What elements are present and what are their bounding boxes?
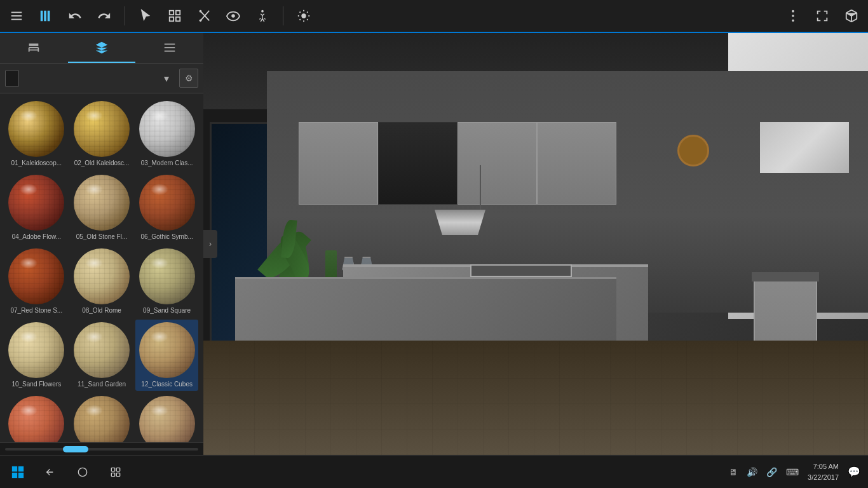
material-item-15[interactable]: 15_Classic Old C... bbox=[135, 393, 198, 442]
category-dropdown-wrapper[interactable]: Floor Tiles bbox=[5, 70, 174, 87]
material-sphere-15 bbox=[139, 396, 195, 442]
svg-rect-29 bbox=[116, 473, 119, 476]
redo-icon[interactable] bbox=[95, 7, 113, 25]
toolbar-sep-2 bbox=[283, 6, 283, 25]
material-item-1[interactable]: 01_Kaleidoscop... bbox=[5, 98, 68, 170]
svg-rect-5 bbox=[48, 11, 50, 22]
select-tool-icon[interactable] bbox=[137, 7, 154, 25]
material-item-2[interactable]: 02_Old Kaleidosc... bbox=[71, 98, 133, 170]
svg-rect-23 bbox=[12, 472, 17, 477]
taskbar-left bbox=[8, 461, 127, 484]
svg-rect-9 bbox=[176, 17, 180, 21]
toolbar-sep-1 bbox=[125, 6, 125, 25]
svg-rect-8 bbox=[170, 17, 173, 21]
svg-rect-18 bbox=[164, 43, 175, 44]
material-name-4: 04_Adobe Flow... bbox=[12, 233, 61, 241]
upper-cabinets bbox=[299, 122, 616, 205]
scissors-icon[interactable] bbox=[195, 7, 213, 25]
material-name-12: 12_Classic Cubes bbox=[141, 381, 193, 388]
notifications-icon[interactable]: 🖥 bbox=[729, 467, 738, 477]
material-name-10: 10_Sand Flowers bbox=[11, 381, 61, 388]
material-item-14[interactable]: 14_Sand Classic bbox=[71, 393, 133, 442]
library-icon[interactable] bbox=[37, 7, 55, 25]
material-sphere-4 bbox=[8, 175, 64, 231]
svg-rect-0 bbox=[11, 12, 22, 13]
home-button[interactable] bbox=[71, 461, 94, 484]
material-sphere-10 bbox=[8, 322, 64, 378]
panel-collapse-arrow[interactable]: › bbox=[203, 230, 217, 258]
cabinet-unit bbox=[299, 122, 378, 205]
status-bar: 🖥 🔊 🔗 ⌨ 7:05 AM 3/22/2017 💬 bbox=[0, 455, 868, 488]
material-sphere-13 bbox=[8, 396, 64, 442]
material-sphere-11 bbox=[74, 322, 130, 378]
windows-start-button[interactable] bbox=[8, 462, 28, 482]
material-item-8[interactable]: 08_Old Rome bbox=[71, 246, 133, 317]
material-name-5: 05_Old Stone Fl... bbox=[76, 233, 128, 241]
action-center-icon[interactable]: 💬 bbox=[848, 466, 860, 478]
svg-rect-4 bbox=[44, 11, 46, 22]
material-item-6[interactable]: 06_Gothic Symb... bbox=[135, 172, 198, 243]
clock-time: 7:05 AM bbox=[808, 461, 839, 472]
menu-icon[interactable] bbox=[8, 7, 25, 25]
settings-button[interactable]: ⚙ bbox=[179, 69, 198, 88]
sink bbox=[470, 264, 572, 277]
material-item-13[interactable]: 13_Classic Ashlar bbox=[5, 393, 68, 442]
material-item-12[interactable]: 12_Classic Cubes bbox=[135, 320, 198, 391]
view-icon[interactable] bbox=[224, 7, 242, 25]
scroll-bar bbox=[0, 442, 203, 455]
material-item-4[interactable]: 04_Adobe Flow... bbox=[5, 172, 68, 243]
view-task-button[interactable] bbox=[104, 461, 127, 484]
material-item-7[interactable]: 07_Red Stone S... bbox=[5, 246, 68, 317]
properties-icon[interactable] bbox=[784, 7, 802, 25]
scroll-thumb[interactable] bbox=[63, 446, 88, 452]
material-sphere-6 bbox=[139, 175, 195, 231]
3d-cube-icon[interactable] bbox=[843, 7, 860, 25]
svg-rect-21 bbox=[12, 466, 17, 471]
material-sphere-2 bbox=[74, 101, 130, 157]
walk-icon[interactable] bbox=[254, 7, 271, 25]
cabinet-unit-dark bbox=[378, 122, 458, 205]
svg-rect-19 bbox=[164, 47, 175, 48]
svg-rect-28 bbox=[111, 473, 114, 476]
keyboard-icon[interactable]: ⌨ bbox=[786, 467, 799, 477]
material-name-9: 09_Sand Square bbox=[143, 307, 191, 315]
tab-furniture[interactable] bbox=[0, 33, 68, 63]
svg-point-17 bbox=[792, 15, 794, 17]
category-select[interactable]: Floor Tiles bbox=[5, 70, 19, 87]
material-item-5[interactable]: 05_Old Stone Fl... bbox=[71, 172, 133, 243]
svg-point-14 bbox=[231, 14, 235, 18]
clock-date: 3/22/2017 bbox=[808, 472, 839, 483]
material-item-10[interactable]: 10_Sand Flowers bbox=[5, 320, 68, 391]
material-name-8: 08_Old Rome bbox=[82, 307, 121, 315]
main-area: Floor Tiles ⚙ 01_Kaleidoscop...02_Old Ka… bbox=[0, 33, 868, 455]
material-item-11[interactable]: 11_Sand Garden bbox=[71, 320, 133, 391]
network-icon[interactable]: 🔗 bbox=[766, 467, 777, 477]
material-sphere-1 bbox=[8, 101, 64, 157]
light-icon[interactable] bbox=[295, 7, 313, 25]
material-name-6: 06_Gothic Symb... bbox=[141, 233, 193, 241]
tab-list[interactable] bbox=[135, 33, 203, 63]
material-item-9[interactable]: 09_Sand Square bbox=[135, 246, 198, 317]
svg-rect-22 bbox=[18, 466, 24, 471]
tab-materials[interactable] bbox=[68, 33, 136, 63]
snap-icon[interactable] bbox=[166, 7, 184, 25]
volume-icon[interactable]: 🔊 bbox=[747, 467, 757, 477]
back-button[interactable] bbox=[38, 461, 61, 484]
category-bar: Floor Tiles ⚙ bbox=[0, 64, 203, 93]
svg-rect-24 bbox=[18, 472, 24, 477]
cabinet-unit-2 bbox=[458, 122, 537, 205]
material-item-3[interactable]: 03_Modern Clas... bbox=[135, 98, 198, 170]
material-name-3: 03_Modern Clas... bbox=[141, 159, 193, 167]
fullscreen-icon[interactable] bbox=[813, 7, 831, 25]
material-name-1: 01_Kaleidoscop... bbox=[11, 159, 62, 167]
undo-icon[interactable] bbox=[66, 7, 84, 25]
wall-clock bbox=[677, 135, 709, 166]
scroll-track[interactable] bbox=[5, 448, 198, 451]
pendant-lamp bbox=[480, 165, 481, 216]
material-sphere-12 bbox=[139, 322, 195, 378]
svg-rect-27 bbox=[116, 468, 119, 471]
kitchen-render bbox=[203, 33, 868, 455]
stove-top bbox=[752, 272, 819, 281]
taskbar-right: 🖥 🔊 🔗 ⌨ 7:05 AM 3/22/2017 💬 bbox=[729, 461, 860, 482]
viewport[interactable] bbox=[203, 33, 868, 455]
